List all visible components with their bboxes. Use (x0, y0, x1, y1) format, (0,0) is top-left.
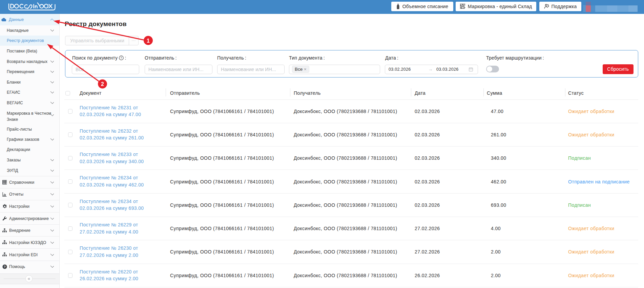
svg-text:?: ? (121, 56, 122, 60)
svg-text:1: 1 (147, 38, 150, 44)
svg-text:?: ? (4, 265, 6, 268)
